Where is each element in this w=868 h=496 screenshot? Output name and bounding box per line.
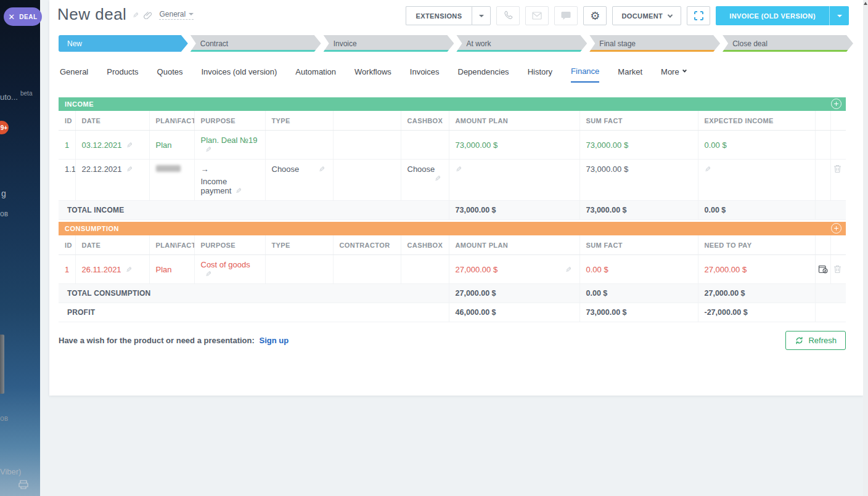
col-plan-fact: PLAN\FACT [149,111,194,131]
envelope-icon [532,12,542,20]
background-fragment-beta: beta [20,90,32,97]
tab-more[interactable]: More [661,67,686,83]
sign-up-link[interactable]: Sign up [259,336,289,345]
gear-icon: ⚙ [590,10,600,22]
add-income-button[interactable] [831,99,841,109]
cell-plan-fact: Plan [149,131,194,160]
tab-invoices[interactable]: Invoices [410,67,440,83]
tab-products[interactable]: Products [107,67,138,83]
trash-icon [833,165,841,173]
settings-button[interactable]: ⚙ [583,6,607,25]
background-fragment-ov2: ов [0,414,8,423]
invoice-old-version-split-button: INVOICE (OLD VERSION) [716,6,849,25]
total-sum-fact: 73,000.00 $ [579,201,698,220]
edit-icon[interactable] [235,186,242,195]
col-id: ID [59,111,75,131]
total-sum-fact: 0.00 $ [579,284,698,303]
cell-plan-fact [149,160,194,201]
scroll-up-arrow-icon[interactable] [864,2,867,5]
expand-corners-icon [694,10,704,21]
invoice-dropdown-button[interactable] [829,6,849,25]
consumption-plan-row: 1 26.11.2021 Plan Cost of goods 27,000.0… [59,255,846,284]
col-type: TYPE [265,111,333,131]
title-row: New deal General [57,5,194,24]
paperclip-icon[interactable] [144,10,152,19]
edit-icon[interactable] [126,165,133,174]
col-need-to-pay: NEED TO PAY [698,235,815,255]
delete-row-button[interactable] [830,255,846,284]
tab-market[interactable]: Market [618,67,642,83]
edit-icon[interactable] [435,174,441,183]
document-button[interactable]: DOCUMENT [612,6,681,25]
background-thumbnail [0,335,4,394]
stage-contract[interactable]: Contract [190,35,321,52]
choose-type-link[interactable]: Choose [272,165,300,174]
col-contractor: CONTRACTOR [333,235,401,255]
stage-new[interactable]: New [59,35,188,52]
pay-button[interactable] [815,255,830,284]
phone-icon [503,10,514,21]
total-consumption-label: TOTAL CONSUMPTION [59,284,449,303]
stage-invoice[interactable]: Invoice [324,35,454,52]
edit-title-pencil-icon[interactable] [133,9,139,20]
stage-final-stage[interactable]: Final stage [589,35,720,52]
edit-icon[interactable] [456,165,462,174]
invoice-old-version-button[interactable]: INVOICE (OLD VERSION) [716,6,829,25]
close-icon: ✕ [8,12,15,22]
tab-general[interactable]: General [60,67,88,83]
call-button[interactable] [496,6,520,25]
cell-type [265,131,333,160]
edit-icon[interactable] [126,140,133,150]
edit-icon[interactable] [565,265,571,274]
stage-at-work[interactable]: At work [456,35,587,52]
col-amount-plan: AMOUNT PLAN [449,111,579,131]
tab-history[interactable]: History [528,67,552,83]
col-type: TYPE [265,235,333,255]
edit-icon[interactable] [126,265,132,274]
deal-slider: New deal General EXTENSIONS [49,0,863,396]
col-cashbox: CASHBOX [401,235,449,255]
caret-down-icon [479,15,484,17]
scrollbar[interactable] [863,0,868,496]
expand-button[interactable] [687,6,710,25]
extensions-dropdown-button[interactable] [472,6,491,25]
col-expected-income: EXPECTED INCOME [698,111,815,131]
cell-date: 03.12.2021 [75,131,149,160]
total-amount-plan: 27,000.00 $ [449,284,579,303]
stage-underline [723,50,853,52]
tab-automation[interactable]: Automation [295,67,336,83]
cell-purpose: → Income payment [194,160,265,201]
edit-icon[interactable] [205,145,211,154]
cell-purpose: Plan. Deal №19 [194,131,265,160]
edit-icon[interactable] [319,165,325,174]
income-plan-row: 1 03.12.2021 Plan Plan. Deal №19 73,000.… [59,131,846,160]
chat-button[interactable] [554,6,578,25]
cell-sum-fact: 73,000.00 $ [579,131,698,160]
tab-invoices-old-version[interactable]: Invoices (old version) [201,67,277,83]
col-blank [333,111,401,131]
stage-close-deal[interactable]: Close deal [723,35,853,52]
edit-icon[interactable] [205,269,211,278]
edit-icon[interactable] [705,165,711,174]
refresh-button[interactable]: Refresh [785,331,846,350]
cell-contractor [333,255,401,284]
close-deal-slider-button[interactable]: ✕ DEAL [4,7,42,26]
tab-dependencies[interactable]: Dependencies [458,67,509,83]
col-id: ID [59,235,75,255]
consumption-section-header: CONSUMPTION [59,222,846,235]
chat-bubble-icon [561,11,571,20]
tab-finance[interactable]: Finance [571,67,599,83]
cell-type: Choose [265,160,333,201]
consumption-table: ID DATE PLAN\FACT PURPOSE TYPE CONTRACTO… [59,235,846,322]
tab-workflows[interactable]: Workflows [354,67,391,83]
email-button[interactable] [525,6,549,25]
choose-cashbox-link[interactable]: Choose [407,165,435,174]
background-page: uto... beta g ов ов Viber) [0,0,40,496]
profit-label: PROFIT [59,303,449,322]
tab-quotes[interactable]: Quotes [157,67,183,83]
delete-row-button[interactable] [830,160,846,201]
add-consumption-button[interactable] [831,223,841,234]
refresh-icon [795,336,804,345]
extensions-button[interactable]: EXTENSIONS [406,6,472,25]
pipeline-selector[interactable]: General [159,10,194,20]
